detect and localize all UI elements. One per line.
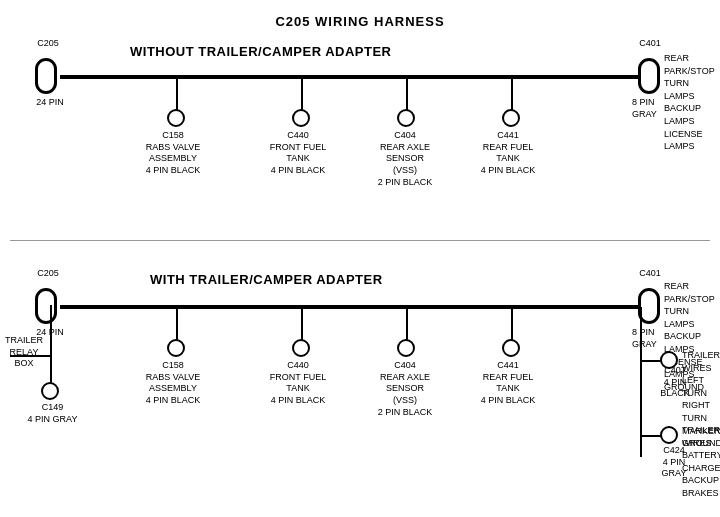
section2-drop2-line <box>301 307 303 342</box>
section1-c440-connector <box>292 109 310 127</box>
section2-right-vline1 <box>640 307 642 397</box>
section1-c401-pin: 8 PINGRAY <box>630 97 680 120</box>
section1-c404-label: C404REAR AXLESENSOR(VSS)2 PIN BLACK <box>372 130 438 188</box>
section1-c158-label: C158RABS VALVEASSEMBLY4 PIN BLACK <box>143 130 203 177</box>
section2-c158-label: C158RABS VALVEASSEMBLY4 PIN BLACK <box>143 360 203 407</box>
section2-relay-vline <box>50 305 52 355</box>
section1-c404-connector <box>397 109 415 127</box>
section2-c440-label: C440FRONT FUELTANK4 PIN BLACK <box>268 360 328 407</box>
section2-main-wire <box>60 305 642 309</box>
section-divider <box>10 240 710 241</box>
section1-drop3-line <box>406 77 408 112</box>
section2-c401-pin: 8 PINGRAY <box>630 327 680 350</box>
section1-c441-label: C441REAR FUELTANK4 PIN BLACK <box>478 130 538 177</box>
section2-drop1-line <box>176 307 178 342</box>
section1-main-wire <box>60 75 642 79</box>
section1-c205-pin: 24 PIN <box>25 97 75 109</box>
section2-c404-label: C404REAR AXLESENSOR(VSS)2 PIN BLACK <box>372 360 438 418</box>
section1-c440-label: C440FRONT FUELTANK4 PIN BLACK <box>268 130 328 177</box>
section1-c441-connector <box>502 109 520 127</box>
section2-right-vline2 <box>640 397 642 457</box>
section1-c205-connector <box>35 58 57 94</box>
section2-title: WITH TRAILER/CAMPER ADAPTER <box>150 272 383 287</box>
section2-relay-label: TRAILERRELAYBOX <box>0 335 48 370</box>
section2-c404-connector <box>397 339 415 357</box>
section2-c424-connector <box>660 426 678 444</box>
section1-c158-connector <box>167 109 185 127</box>
diagram-area: C205 WIRING HARNESS WITHOUT TRAILER/CAMP… <box>0 0 720 490</box>
section1-drop4-line <box>511 77 513 112</box>
page-title: C205 WIRING HARNESS <box>0 6 720 29</box>
section1-c401-connector <box>638 58 660 94</box>
section2-drop4-line <box>511 307 513 342</box>
section2-c424-desc: TRAILER WIRESBATTERY CHARGEBACKUPBRAKES <box>682 424 720 500</box>
section1-drop2-line <box>301 77 303 112</box>
section2-c149-connector <box>41 382 59 400</box>
section2-c441-connector <box>502 339 520 357</box>
section2-c441-label: C441REAR FUELTANK4 PIN BLACK <box>478 360 538 407</box>
section2-c407-hline <box>640 360 662 362</box>
section2-c205-connector <box>35 288 57 324</box>
section2-c401-label: C401 <box>630 268 670 280</box>
section2-c149-vline <box>50 355 52 385</box>
section2-c440-connector <box>292 339 310 357</box>
section2-c149-label: C1494 PIN GRAY <box>25 402 80 425</box>
section2-drop3-line <box>406 307 408 342</box>
section1-title: WITHOUT TRAILER/CAMPER ADAPTER <box>130 44 392 59</box>
section1-c401-label: C401 <box>630 38 670 50</box>
section1-drop1-line <box>176 77 178 112</box>
section2-c424-hline <box>640 435 662 437</box>
section2-c205-label: C205 <box>28 268 68 280</box>
section1-c205-label: C205 <box>28 38 68 50</box>
section2-c158-connector <box>167 339 185 357</box>
